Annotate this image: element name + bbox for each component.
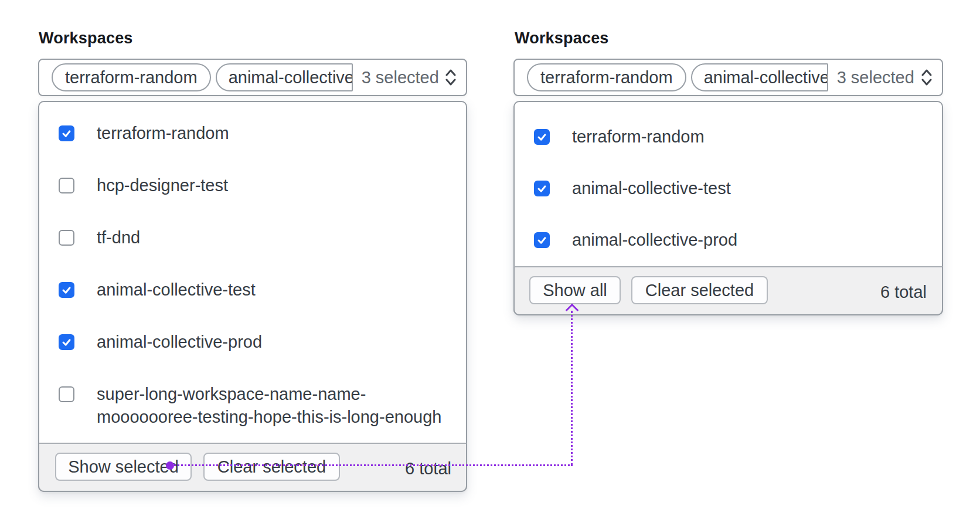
workspace-option-label: animal-collective-test: [97, 279, 256, 301]
total-count-label: 6 total: [880, 267, 927, 317]
left-dropdown-footer: Show selected Clear selected 6 total: [38, 443, 467, 492]
total-count-label: 6 total: [405, 444, 451, 493]
right-selected-count: 3 selected: [837, 68, 914, 87]
right-dropdown-panel: terraform-random animal-collective-test …: [513, 101, 943, 315]
right-multiselect-trigger[interactable]: terraform-random animal-collective 3 sel…: [513, 59, 943, 96]
workspace-option-label: terraform-random: [97, 122, 229, 145]
right-tag-animal-collective[interactable]: animal-collective: [691, 63, 828, 91]
right-workspaces-label: Workspaces: [515, 29, 609, 47]
workspace-option-label: animal-collective-prod: [97, 331, 262, 354]
workspace-option[interactable]: tf-dnd: [59, 226, 140, 249]
workspace-option-label: animal-collective-test: [572, 177, 731, 200]
workspace-option-label: animal-collective-prod: [572, 229, 737, 252]
right-tag-terraform-random[interactable]: terraform-random: [527, 63, 686, 91]
left-tag-animal-collective[interactable]: animal-collective: [216, 63, 353, 91]
workspace-option[interactable]: animal-collective-test: [534, 177, 731, 200]
chevron-up-down-icon: [443, 67, 458, 87]
right-dropdown-footer: Show all Clear selected 6 total: [513, 266, 943, 315]
workspace-option[interactable]: animal-collective-prod: [534, 229, 737, 252]
checkbox[interactable]: [534, 232, 550, 248]
show-all-button[interactable]: Show all: [529, 276, 621, 304]
clear-selected-button[interactable]: Clear selected: [631, 276, 768, 304]
workspace-option[interactable]: animal-collective-test: [59, 279, 256, 301]
left-selected-count: 3 selected: [362, 68, 439, 87]
checkbox[interactable]: [59, 334, 74, 350]
left-workspaces-label: Workspaces: [39, 29, 133, 47]
workspace-option[interactable]: terraform-random: [534, 125, 705, 148]
connector-vertical-line: [571, 311, 573, 466]
workspace-option[interactable]: super-long-workspace-name-name-moooooore…: [59, 383, 448, 429]
left-dropdown-panel: terraform-random hcp-designer-test tf-dn…: [38, 101, 467, 492]
chevron-up-down-icon: [919, 67, 934, 87]
clear-selected-button[interactable]: Clear selected: [203, 453, 340, 481]
checkbox[interactable]: [534, 129, 550, 145]
workspace-option-label: super-long-workspace-name-name-moooooore…: [97, 383, 448, 429]
canvas: Workspaces terraform-random animal-colle…: [0, 0, 980, 523]
checkbox[interactable]: [59, 386, 74, 402]
checkbox[interactable]: [59, 282, 74, 298]
workspace-option-label: hcp-designer-test: [97, 174, 228, 197]
workspace-option[interactable]: animal-collective-prod: [59, 331, 262, 354]
checkbox[interactable]: [59, 230, 74, 246]
checkbox[interactable]: [534, 181, 550, 196]
show-selected-button[interactable]: Show selected: [55, 453, 192, 481]
left-tag-terraform-random[interactable]: terraform-random: [52, 63, 211, 91]
workspace-option[interactable]: terraform-random: [59, 122, 229, 145]
left-multiselect-trigger[interactable]: terraform-random animal-collective 3 sel…: [38, 59, 467, 96]
workspace-option[interactable]: hcp-designer-test: [59, 174, 228, 197]
workspace-option-label: terraform-random: [572, 125, 705, 148]
workspace-option-label: tf-dnd: [97, 226, 140, 249]
checkbox[interactable]: [59, 178, 74, 193]
checkbox[interactable]: [59, 125, 74, 141]
